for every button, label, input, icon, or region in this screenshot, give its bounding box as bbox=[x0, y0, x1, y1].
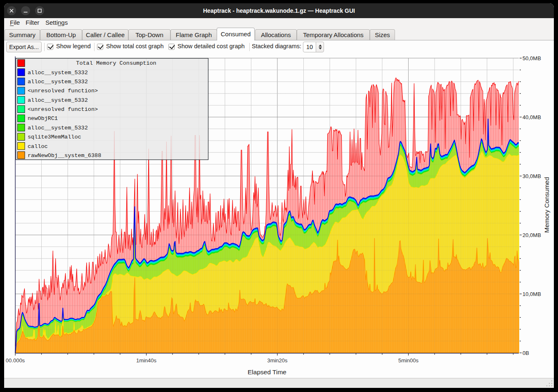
svg-text:00.000s: 00.000s bbox=[6, 357, 25, 364]
svg-text:Elapsed Time: Elapsed Time bbox=[248, 369, 286, 376]
svg-text:rawNewObj__system_6388: rawNewObj__system_6388 bbox=[28, 153, 101, 159]
svg-text:<unresolved function>: <unresolved function> bbox=[28, 88, 98, 94]
svg-text:alloc__system_5332: alloc__system_5332 bbox=[28, 97, 88, 103]
svg-text:0B: 0B bbox=[523, 350, 529, 356]
svg-text:calloc: calloc bbox=[28, 143, 48, 150]
svg-text:Memory Consumed: Memory Consumed bbox=[543, 177, 550, 232]
svg-text:<unresolved function>: <unresolved function> bbox=[28, 106, 98, 113]
svg-text:40,0MB: 40,0MB bbox=[523, 114, 541, 120]
svg-text:30,0MB: 30,0MB bbox=[523, 173, 541, 179]
svg-text:1min40s: 1min40s bbox=[136, 357, 157, 364]
svg-text:50,0MB: 50,0MB bbox=[523, 55, 541, 61]
svg-text:alloc__system_5332: alloc__system_5332 bbox=[28, 70, 88, 76]
svg-text:newObjRC1: newObjRC1 bbox=[28, 115, 58, 122]
svg-text:20,0MB: 20,0MB bbox=[523, 232, 541, 238]
svg-text:10,0MB: 10,0MB bbox=[523, 291, 541, 297]
svg-text:sqlite3MemMalloc: sqlite3MemMalloc bbox=[28, 134, 81, 140]
svg-text:alloc__system_5332: alloc__system_5332 bbox=[28, 125, 88, 131]
svg-text:Total Memory Consumption: Total Memory Consumption bbox=[76, 60, 156, 66]
svg-text:5min00s: 5min00s bbox=[398, 357, 419, 364]
svg-text:alloc__system_5332: alloc__system_5332 bbox=[28, 79, 88, 85]
svg-text:3min20s: 3min20s bbox=[267, 357, 288, 364]
